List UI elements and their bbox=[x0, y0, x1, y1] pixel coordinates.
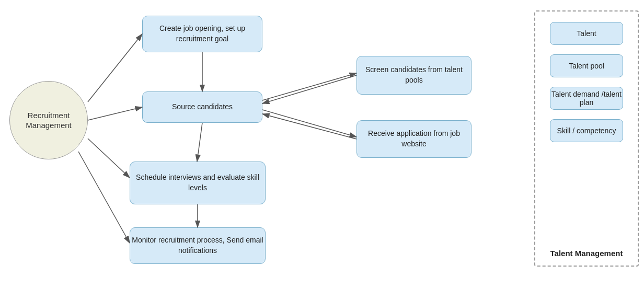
screen-candidates-box: Screen candidates from talent pools bbox=[356, 56, 472, 95]
legend-container: Talent Talent pool Talent demand /talent… bbox=[534, 10, 639, 267]
source-candidates-box: Source candidates bbox=[142, 91, 262, 123]
legend-talent-pool-label: Talent pool bbox=[569, 62, 604, 70]
source-candidates-label: Source candidates bbox=[172, 102, 233, 112]
recruitment-management-circle: Recruitment Management bbox=[9, 81, 88, 159]
legend-talent-pool: Talent pool bbox=[550, 54, 623, 77]
monitor-recruitment-box: Monitor recruitment process, Send email … bbox=[130, 227, 266, 264]
svg-line-8 bbox=[262, 75, 356, 103]
legend-skill-competency: Skill / competency bbox=[550, 119, 623, 142]
create-job-label: Create job opening, set up recruitment g… bbox=[143, 24, 262, 44]
svg-line-4 bbox=[78, 152, 130, 243]
rm-circle-label: Recruitment Management bbox=[10, 110, 87, 131]
legend-skill-competency-label: Skill / competency bbox=[557, 126, 616, 135]
legend-talent-demand-label: Talent demand /talent plan bbox=[550, 90, 623, 107]
receive-application-box: Receive application from job website bbox=[356, 120, 472, 158]
legend-title: Talent Management bbox=[550, 249, 623, 258]
legend-talent-demand: Talent demand /talent plan bbox=[550, 87, 623, 110]
svg-line-11 bbox=[262, 110, 356, 137]
receive-application-label: Receive application from job website bbox=[357, 129, 471, 149]
svg-line-1 bbox=[88, 34, 142, 102]
screen-candidates-label: Screen candidates from talent pools bbox=[357, 65, 471, 85]
create-job-box: Create job opening, set up recruitment g… bbox=[142, 16, 262, 52]
legend-talent: Talent bbox=[550, 22, 623, 45]
svg-line-3 bbox=[88, 139, 130, 178]
diagram-container: Recruitment Management Create job openin… bbox=[0, 0, 644, 288]
svg-line-9 bbox=[262, 114, 356, 139]
svg-line-2 bbox=[88, 107, 142, 120]
schedule-interviews-box: Schedule interviews and evaluate skill l… bbox=[130, 162, 266, 204]
svg-line-10 bbox=[262, 73, 356, 100]
schedule-interviews-label: Schedule interviews and evaluate skill l… bbox=[130, 172, 265, 193]
monitor-recruitment-label: Monitor recruitment process, Send email … bbox=[130, 235, 265, 256]
svg-line-6 bbox=[197, 123, 202, 162]
legend-talent-label: Talent bbox=[577, 29, 596, 38]
